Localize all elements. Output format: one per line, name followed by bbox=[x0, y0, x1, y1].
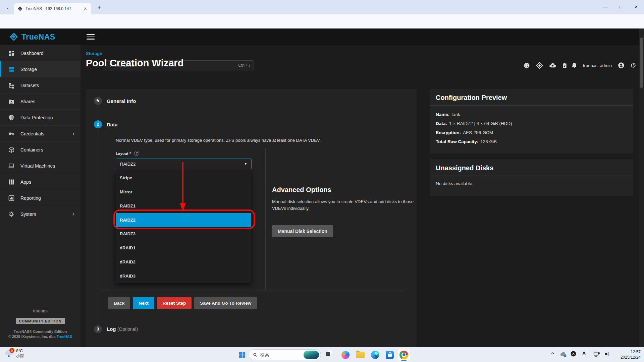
edge-icon bbox=[371, 351, 379, 359]
copyright-link[interactable]: TrueNAS bbox=[57, 335, 72, 339]
tray-close-circle-icon[interactable] bbox=[570, 351, 577, 357]
sidebar-item-system[interactable]: System › bbox=[0, 206, 80, 222]
network-icon[interactable] bbox=[593, 351, 600, 358]
dashboard-icon bbox=[8, 50, 15, 57]
step1-label[interactable]: General Info bbox=[107, 98, 136, 104]
page-scrollbar[interactable] bbox=[639, 28, 644, 347]
store-icon bbox=[386, 351, 394, 359]
clock-date: 2025/12/24 bbox=[621, 355, 641, 360]
feedback-smiley-icon[interactable] bbox=[523, 60, 531, 70]
search-icon bbox=[253, 352, 258, 357]
save-review-button[interactable]: Save And Go To Review bbox=[194, 297, 257, 309]
annotation-arrow bbox=[178, 162, 187, 213]
option-draid1[interactable]: dRAID1 bbox=[116, 241, 251, 255]
ime-mode-icon[interactable]: A bbox=[582, 351, 586, 356]
layout-label: Layout * bbox=[116, 152, 131, 156]
sidebar-item-dashboard[interactable]: Dashboard bbox=[0, 45, 80, 61]
truenas-logo[interactable]: TrueNAS bbox=[9, 32, 55, 42]
section-divider bbox=[95, 290, 408, 290]
wizard-button-row: Back Next Reset Step Save And Go To Revi… bbox=[108, 297, 257, 309]
column-divider bbox=[265, 148, 266, 290]
step3-label: Log bbox=[107, 326, 116, 332]
weather-temp: 8°C bbox=[16, 349, 24, 354]
window-minimize-button[interactable]: — bbox=[598, 0, 613, 13]
store-button[interactable] bbox=[384, 349, 396, 361]
copilot-button[interactable] bbox=[339, 349, 352, 361]
account-person-icon[interactable] bbox=[617, 60, 625, 70]
window-close-button[interactable]: ✕ bbox=[629, 0, 644, 13]
logged-in-user[interactable]: truenas_admin bbox=[583, 60, 612, 70]
tab-search-button[interactable]: ⌄ bbox=[3, 3, 12, 12]
edge-button[interactable] bbox=[369, 349, 381, 361]
shield-icon bbox=[8, 114, 15, 121]
scrollbar-thumb[interactable] bbox=[640, 38, 643, 88]
preview-row-capacity: Total Raw Capacity:128 GiB bbox=[436, 137, 627, 146]
option-draid3[interactable]: dRAID3 bbox=[116, 269, 251, 283]
jobs-clipboard-icon[interactable] bbox=[560, 60, 569, 70]
help-icon[interactable]: ? bbox=[134, 151, 139, 156]
datasets-icon bbox=[8, 82, 15, 89]
sidebar-item-shares[interactable]: Shares bbox=[0, 94, 80, 110]
version-stack-icon[interactable] bbox=[535, 60, 543, 70]
tray-chevron-icon[interactable] bbox=[550, 351, 555, 356]
start-button[interactable] bbox=[237, 350, 248, 360]
step3-circle[interactable]: 3 bbox=[94, 325, 102, 333]
windows-logo-icon bbox=[239, 352, 245, 358]
pencil-icon: ✎ bbox=[96, 99, 100, 103]
chrome-button[interactable] bbox=[398, 349, 410, 361]
file-explorer-button[interactable] bbox=[354, 349, 366, 361]
window-maximize-button[interactable]: □ bbox=[613, 0, 629, 13]
speaker-icon[interactable] bbox=[604, 351, 610, 357]
sidebar-item-datasets[interactable]: Datasets bbox=[0, 77, 80, 94]
bar-chart-icon bbox=[8, 195, 15, 201]
taskbar-search-box[interactable] bbox=[249, 349, 321, 360]
vdev-description: Normal VDEV type, used for primary stora… bbox=[116, 138, 321, 143]
tab-close-icon[interactable]: ✕ bbox=[83, 6, 88, 11]
advanced-options-title: Advanced Options bbox=[272, 186, 331, 194]
truecommand-cloud-icon[interactable] bbox=[548, 60, 556, 70]
breadcrumb[interactable]: Storage bbox=[86, 51, 102, 56]
hostname: truenas bbox=[0, 308, 80, 313]
preview-row-name: Name:tank bbox=[436, 110, 627, 119]
taskbar-search-input[interactable] bbox=[260, 352, 301, 357]
manual-disk-selection-button[interactable]: Manual Disk Selection bbox=[272, 225, 333, 237]
task-view-button[interactable] bbox=[324, 349, 336, 361]
gear-icon bbox=[8, 211, 15, 218]
sidebar-item-data-protection[interactable]: Data Protection bbox=[0, 110, 80, 126]
browser-tabstrip: ⌄ TrueNAS - 192.168.0.147 ✕ + — □ ✕ bbox=[0, 0, 644, 14]
search-shortcut: Ctrl + / bbox=[238, 63, 250, 68]
window-controls: — □ ✕ bbox=[598, 0, 644, 13]
key-icon bbox=[8, 130, 15, 137]
chevron-down-icon: ⌄ bbox=[5, 5, 9, 10]
sidebar-item-containers[interactable]: Containers bbox=[0, 142, 80, 158]
sidebar-item-apps[interactable]: Apps bbox=[0, 174, 80, 190]
onedrive-cloud-icon[interactable] bbox=[559, 351, 568, 359]
step-connector bbox=[98, 130, 98, 324]
reset-step-button[interactable]: Reset Step bbox=[157, 297, 192, 309]
sidebar-item-storage[interactable]: Storage bbox=[0, 61, 80, 77]
preview-row-data: Data:1 × RAIDZ2 | 4 × 64 GiB (HDD) bbox=[436, 119, 627, 128]
weather-widget[interactable]: 5 8°C 小雨 bbox=[3, 349, 24, 359]
step1-circle[interactable]: ✎ bbox=[94, 97, 102, 105]
step2-label[interactable]: Data bbox=[107, 122, 118, 127]
product-name: TrueNAS® Community Edition bbox=[0, 329, 80, 334]
menu-hamburger-icon[interactable] bbox=[87, 33, 95, 41]
taskbar-clock[interactable]: 12:57 2025/12/24 bbox=[621, 350, 641, 360]
new-tab-button[interactable]: + bbox=[95, 3, 103, 11]
alerts-bell-icon[interactable] bbox=[570, 60, 578, 70]
next-button[interactable]: Next bbox=[133, 297, 154, 309]
browser-tab[interactable]: TrueNAS - 192.168.0.147 ✕ bbox=[14, 3, 91, 14]
sidebar-item-reporting[interactable]: Reporting bbox=[0, 190, 80, 206]
clock-time: 12:57 bbox=[621, 350, 641, 355]
power-icon[interactable] bbox=[629, 60, 637, 70]
step3-label-row[interactable]: Log (Optional) bbox=[107, 326, 138, 332]
folder-icon bbox=[356, 352, 365, 358]
back-button[interactable]: Back bbox=[108, 297, 130, 309]
step-connector bbox=[98, 106, 98, 119]
option-draid2[interactable]: dRAID2 bbox=[116, 255, 251, 269]
sidebar-item-credentials[interactable]: Credentials › bbox=[0, 126, 80, 142]
search-highlight-image[interactable] bbox=[304, 351, 319, 359]
laptop-icon bbox=[8, 163, 15, 169]
sidebar-item-virtual-machines[interactable]: Virtual Machines bbox=[0, 158, 80, 174]
step2-circle[interactable]: 2 bbox=[94, 120, 102, 128]
